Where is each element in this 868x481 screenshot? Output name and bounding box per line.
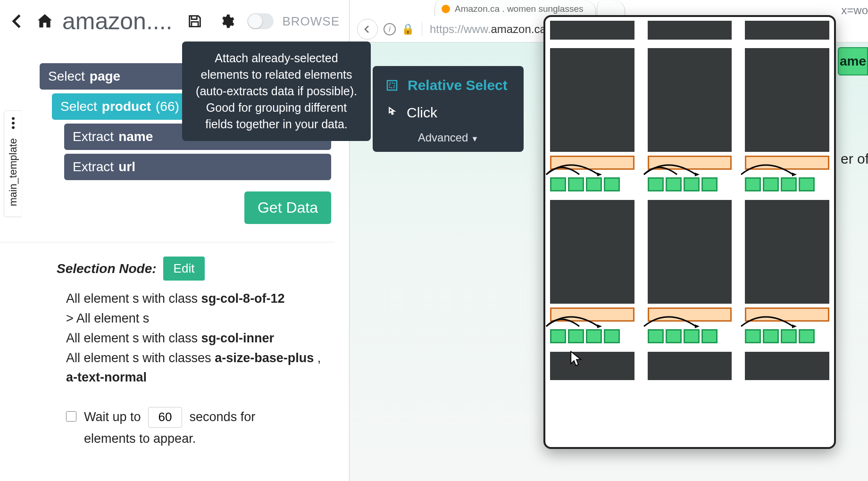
minimap-card	[648, 21, 732, 40]
kebab-icon[interactable]: •••	[7, 116, 19, 130]
minimap-thumb	[648, 352, 732, 380]
relative-select-label: Relative Select	[408, 77, 508, 93]
node-keyword: Extract	[73, 159, 114, 174]
home-button[interactable]	[33, 9, 57, 33]
node-name: name	[118, 129, 153, 144]
wait-seconds-input[interactable]	[148, 407, 182, 428]
project-title: amazon....	[62, 8, 172, 35]
browser-tabbar: Amazon.ca . women sunglasses	[350, 0, 868, 16]
svg-marker-6	[695, 324, 700, 328]
relative-select-option[interactable]: Relative Select	[373, 72, 524, 99]
caret-down-icon: ▼	[471, 135, 478, 143]
browse-toggle[interactable]	[247, 13, 274, 29]
minimap-thumb	[745, 352, 829, 380]
svg-rect-1	[390, 83, 394, 88]
click-option[interactable]: Click	[373, 99, 524, 126]
node-keyword: Extract	[73, 129, 114, 144]
svg-marker-5	[597, 324, 602, 328]
get-data-button[interactable]: Get Data	[244, 191, 331, 224]
minimap-thumb	[648, 200, 732, 304]
minimap-card	[550, 21, 634, 40]
selection-node-label: Selection Node:	[57, 261, 157, 276]
minimap-thumb	[550, 48, 634, 152]
template-tab-label: main_template	[7, 138, 19, 206]
minimap-card	[550, 352, 634, 380]
divider	[0, 242, 335, 242]
save-button[interactable]	[183, 9, 207, 33]
minimap-card	[648, 48, 732, 191]
browser-tab-title: Amazon.ca . women sunglasses	[455, 4, 583, 14]
template-tab[interactable]: ••• main_template	[4, 110, 22, 217]
minimap-thumb	[550, 21, 634, 40]
separator	[422, 22, 422, 36]
minimap-card	[550, 48, 634, 191]
url-fragment: x=wo	[841, 4, 868, 17]
minimap-card	[648, 352, 732, 380]
wait-checkbox[interactable]	[66, 411, 76, 422]
minimap-thumb	[550, 200, 634, 304]
settings-button[interactable]	[215, 9, 239, 33]
svg-marker-4	[792, 173, 797, 176]
relative-select-tooltip: Attach already-selected elements to rela…	[182, 41, 371, 141]
node-keyword: Select	[48, 69, 85, 84]
browser-tab[interactable]: Amazon.ca . women sunglasses	[434, 0, 596, 16]
minimap-card	[648, 200, 732, 343]
node-name: product	[102, 99, 151, 114]
minimap-thumb	[745, 200, 829, 304]
click-label: Click	[407, 105, 437, 121]
svg-marker-3	[695, 173, 700, 176]
minimap-thumb	[745, 48, 829, 152]
svg-marker-2	[597, 173, 602, 176]
site-info-icon[interactable]: i	[384, 23, 396, 35]
svg-rect-0	[387, 81, 397, 90]
advanced-toggle[interactable]: Advanced▼	[373, 126, 524, 144]
node-name: page	[90, 69, 120, 84]
minimap-card	[550, 200, 634, 343]
back-button[interactable]	[6, 9, 29, 33]
minimap-card	[745, 21, 829, 40]
wait-text: Wait up to seconds for elements to appea…	[84, 406, 310, 450]
browser-tab-overflow[interactable]	[597, 0, 625, 16]
action-popover: Relative Select Click Advanced▼	[373, 66, 524, 152]
favicon-icon	[442, 5, 450, 13]
edit-button[interactable]: Edit	[163, 257, 205, 281]
browse-label: BROWSE	[282, 14, 340, 29]
minimap-thumb	[745, 21, 829, 40]
relative-select-icon	[385, 78, 399, 92]
highlighted-fragment: ame	[838, 47, 868, 75]
node-keyword: Select	[60, 99, 97, 114]
node-name: url	[118, 159, 135, 174]
url-text[interactable]: https://www.amazon.ca	[430, 23, 546, 36]
svg-marker-7	[792, 324, 797, 328]
click-icon	[385, 106, 398, 119]
selection-minimap	[543, 15, 836, 449]
lock-icon: 🔒	[401, 23, 414, 35]
mouse-cursor-icon	[570, 351, 583, 369]
browser-back-button[interactable]	[357, 19, 378, 40]
page-text-fragment: er of	[841, 151, 868, 167]
node-extract-url[interactable]: Extract url	[64, 154, 331, 180]
minimap-card	[745, 200, 829, 343]
minimap-thumb	[648, 48, 732, 152]
minimap-card	[745, 48, 829, 191]
minimap-thumb	[648, 21, 732, 40]
minimap-card	[745, 352, 829, 380]
minimap-thumb	[550, 352, 634, 380]
node-count: (66)	[156, 99, 179, 114]
selector-description: All element s with class sg-col-8-of-12 …	[66, 289, 335, 388]
